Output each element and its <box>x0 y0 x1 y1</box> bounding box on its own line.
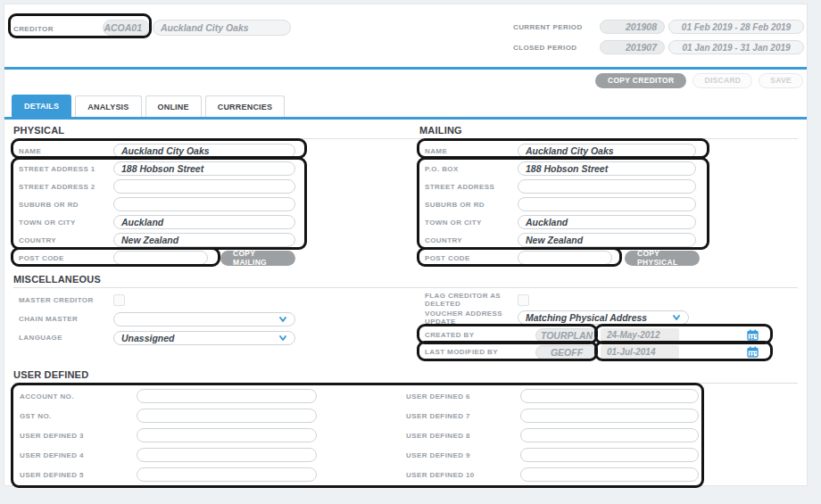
physical-town-input[interactable]: Auckland <box>113 215 295 229</box>
user-defined-section-title: USER DEFINED <box>13 369 798 384</box>
physical-name-label: NAME <box>19 147 113 155</box>
current-period-label: CURRENT PERIOD <box>513 23 583 31</box>
creditor-name-field: Auckland City Oaks <box>153 20 291 36</box>
master-creditor-label: MASTER CREDITOR <box>19 296 113 304</box>
mailing-suburb-input[interactable] <box>518 197 696 211</box>
user-defined-9-input[interactable] <box>520 448 699 462</box>
voucher-address-label: VOUCHER ADDRESS UPDATE <box>425 310 518 326</box>
tab-currencies[interactable]: CURRENCIES <box>205 95 286 117</box>
created-by-user-field: TOURPLAN <box>535 328 598 343</box>
details-content: PHYSICAL NAMEAuckland City Oaks STREET A… <box>4 125 807 484</box>
mailing-suburb-label: SUBURB OR RD <box>425 201 518 209</box>
mailing-town-input[interactable]: Auckland <box>518 215 696 229</box>
miscellaneous-section: MISCELLANEOUS MASTER CREDITOR CHAIN MAST… <box>13 274 798 360</box>
miscellaneous-section-title: MISCELLANEOUS <box>13 274 798 288</box>
current-period-range: 01 Feb 2019 - 28 Feb 2019 <box>668 20 804 34</box>
user-defined-6-input[interactable] <box>520 389 699 403</box>
chain-master-dropdown[interactable] <box>113 312 295 326</box>
physical-section-title: PHYSICAL <box>13 125 419 139</box>
user-defined-5-input[interactable] <box>137 467 317 482</box>
header-band: CREDITOR ACOA01 Auckland City Oaks CURRE… <box>4 4 807 67</box>
mailing-section: MAILING NAMEAuckland City Oaks P.O. BOX1… <box>419 125 798 267</box>
tab-bar: DETAILS ANALYSIS ONLINE CURRENCIES <box>4 93 807 120</box>
mailing-pobox-input[interactable]: 188 Hobson Street <box>518 161 696 176</box>
physical-section: PHYSICAL NAMEAuckland City Oaks STREET A… <box>13 125 419 267</box>
chevron-down-icon <box>278 334 287 343</box>
user-defined-9-label: USER DEFINED 9 <box>406 451 520 459</box>
user-defined-10-input[interactable] <box>520 467 699 482</box>
user-defined-4-label: USER DEFINED 4 <box>20 451 137 459</box>
physical-street2-input[interactable] <box>113 179 295 194</box>
calendar-icon[interactable] <box>747 346 759 358</box>
physical-postcode-input[interactable] <box>113 251 208 265</box>
chain-master-label: CHAIN MASTER <box>19 315 113 323</box>
mailing-name-label: NAME <box>425 147 518 155</box>
physical-town-label: TOWN OR CITY <box>19 219 113 227</box>
user-defined-left-column: ACCOUNT NO. GST NO. USER DEFINED 3 USER … <box>13 386 406 484</box>
last-modified-by-label: LAST MODIFIED BY <box>425 348 518 356</box>
copy-creditor-button[interactable]: COPY CREDITOR <box>595 73 686 88</box>
tab-details[interactable]: DETAILS <box>12 95 71 117</box>
user-defined-4-input[interactable] <box>137 448 317 462</box>
mailing-street-label: STREET ADDRESS <box>425 183 518 191</box>
closed-period-label: CLOSED PERIOD <box>513 44 576 52</box>
physical-suburb-input[interactable] <box>113 197 295 211</box>
flag-deleted-checkbox[interactable] <box>518 294 529 306</box>
miscellaneous-left-column: MASTER CREDITOR CHAIN MASTER LANGUAGE <box>13 291 419 360</box>
user-defined-3-label: USER DEFINED 3 <box>20 432 137 440</box>
mailing-town-label: TOWN OR CITY <box>425 219 518 227</box>
user-defined-7-input[interactable] <box>520 409 699 423</box>
account-no-input[interactable] <box>137 389 317 403</box>
language-dropdown[interactable]: Unassigned <box>113 331 295 345</box>
user-defined-6-label: USER DEFINED 6 <box>406 392 520 401</box>
physical-street1-input[interactable]: 188 Hobson Street <box>113 161 295 176</box>
mailing-pobox-label: P.O. BOX <box>425 165 518 173</box>
closed-period-range: 01 Jan 2019 - 31 Jan 2019 <box>668 40 804 54</box>
physical-street1-label: STREET ADDRESS 1 <box>19 165 113 173</box>
user-defined-right-column: USER DEFINED 6 USER DEFINED 7 USER DEFIN… <box>406 386 798 484</box>
discard-button[interactable]: DISCARD <box>692 73 752 88</box>
physical-postcode-label: POST CODE <box>19 254 113 262</box>
creditor-code-field: ACOA01 <box>103 20 150 36</box>
voucher-address-value: Matching Physical Address <box>526 312 647 323</box>
voucher-address-dropdown[interactable]: Matching Physical Address <box>518 310 689 325</box>
mailing-country-input[interactable]: New Zealand <box>518 233 696 247</box>
user-defined-5-label: USER DEFINED 5 <box>20 471 137 479</box>
gst-no-label: GST NO. <box>20 412 137 420</box>
tab-analysis[interactable]: ANALYSIS <box>75 95 141 117</box>
miscellaneous-right-column: FLAG CREDITOR AS DELETED VOUCHER ADDRESS… <box>419 291 798 360</box>
copy-mailing-button[interactable]: COPY MAILING <box>220 251 295 266</box>
mailing-street-input[interactable] <box>518 179 696 194</box>
mailing-section-title: MAILING <box>419 125 798 139</box>
creditor-page: CREDITOR ACOA01 Auckland City Oaks CURRE… <box>4 4 808 486</box>
physical-suburb-label: SUBURB OR RD <box>19 201 113 209</box>
chevron-down-icon <box>672 313 681 322</box>
save-button[interactable]: SAVE <box>759 73 803 88</box>
action-bar: COPY CREDITOR DISCARD SAVE <box>4 70 807 91</box>
gst-no-input[interactable] <box>137 409 317 423</box>
calendar-icon[interactable] <box>747 329 759 341</box>
master-creditor-checkbox[interactable] <box>113 294 125 306</box>
mailing-postcode-input[interactable] <box>518 251 612 265</box>
language-label: LANGUAGE <box>19 334 113 342</box>
physical-country-input[interactable]: New Zealand <box>113 233 295 247</box>
account-no-label: ACCOUNT NO. <box>20 392 137 401</box>
user-defined-8-label: USER DEFINED 8 <box>406 432 520 440</box>
mailing-country-label: COUNTRY <box>425 236 518 244</box>
physical-name-input[interactable]: Auckland City Oaks <box>113 144 295 158</box>
tab-online[interactable]: ONLINE <box>145 95 202 117</box>
user-defined-3-input[interactable] <box>137 428 317 442</box>
closed-period-code: 201907 <box>600 40 665 54</box>
flag-deleted-label: FLAG CREDITOR AS DELETED <box>425 292 518 308</box>
user-defined-8-input[interactable] <box>520 428 699 442</box>
mailing-name-input[interactable]: Auckland City Oaks <box>518 144 696 158</box>
current-period-code: 201908 <box>600 20 665 34</box>
last-modified-user-field: GEOFF <box>535 345 598 359</box>
created-date-input[interactable]: 24-May-2012 <box>601 328 679 343</box>
physical-country-label: COUNTRY <box>19 236 113 244</box>
copy-physical-button[interactable]: COPY PHYSICAL <box>625 251 700 266</box>
last-modified-date-input[interactable]: 01-Jul-2014 <box>601 345 679 359</box>
user-defined-10-label: USER DEFINED 10 <box>406 471 520 479</box>
language-value: Unassigned <box>121 333 175 343</box>
user-defined-7-label: USER DEFINED 7 <box>406 412 520 420</box>
